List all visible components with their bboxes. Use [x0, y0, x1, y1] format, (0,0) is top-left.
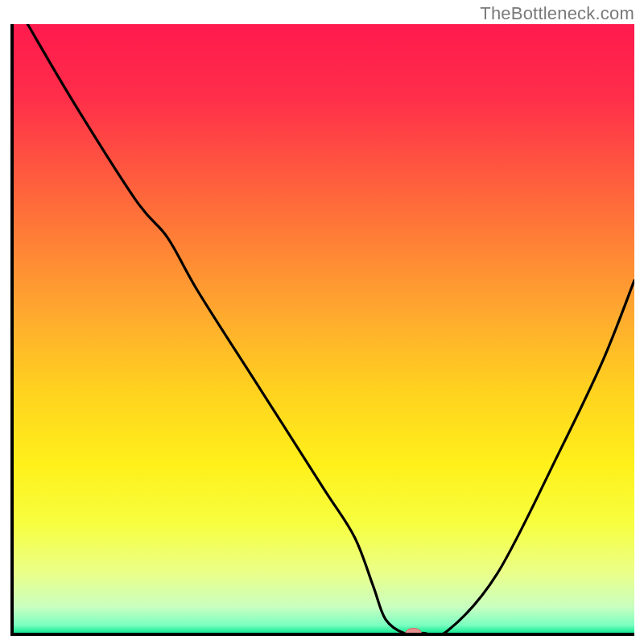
chart-container: TheBottleneck.com: [0, 0, 644, 644]
watermark-label: TheBottleneck.com: [480, 3, 634, 24]
bottleneck-chart: [0, 0, 644, 644]
gradient-background: [12, 24, 634, 634]
